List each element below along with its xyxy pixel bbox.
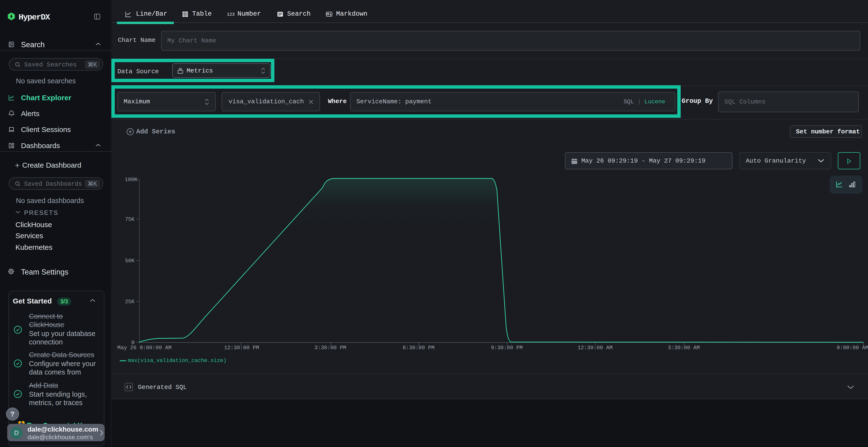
- svg-text:3:30:00 AM: 3:30:00 AM: [668, 345, 700, 351]
- svg-text:75K: 75K: [125, 216, 134, 222]
- svg-text:12:30:00 AM: 12:30:00 AM: [578, 345, 613, 351]
- svg-text:100K: 100K: [125, 177, 138, 183]
- svg-text:25K: 25K: [125, 299, 134, 305]
- svg-text:May 26 9:00:00 AM: May 26 9:00:00 AM: [117, 345, 172, 351]
- svg-text:6:30:00 PM: 6:30:00 PM: [403, 345, 434, 351]
- svg-text:9:00:00 AM: 9:00:00 AM: [837, 345, 868, 351]
- svg-text:12:30:00 PM: 12:30:00 PM: [224, 345, 259, 351]
- svg-text:9:30:00 PM: 9:30:00 PM: [491, 345, 523, 351]
- svg-text:50K: 50K: [125, 258, 134, 264]
- svg-text:3:30:00 PM: 3:30:00 PM: [314, 345, 346, 351]
